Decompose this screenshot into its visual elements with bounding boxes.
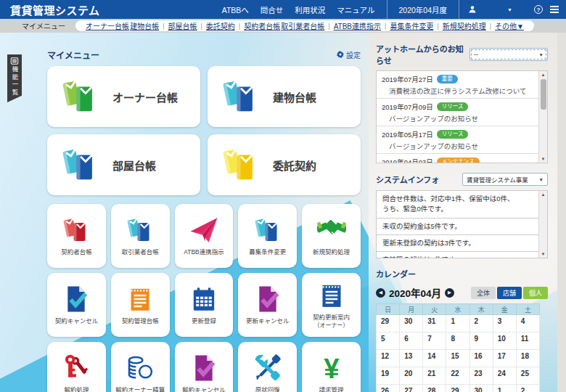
calendar-day-cell[interactable]: 2 xyxy=(469,315,493,332)
calendar-day-cell[interactable]: 14 xyxy=(423,350,446,367)
scroll-up-icon[interactable]: ▲ xyxy=(541,192,546,197)
next-month-button[interactable]: ▶ xyxy=(445,288,454,298)
calendar-day-cell[interactable]: 29 xyxy=(446,385,469,392)
news-scrollbar[interactable]: ▲ ▼ xyxy=(538,71,547,163)
calendar-day-cell[interactable]: 6 xyxy=(400,332,423,350)
calendar-day-cell[interactable]: 30 xyxy=(469,385,493,392)
news-title: 消費税法の改正に伴うシステム改修について xyxy=(382,84,533,96)
news-filter-select[interactable]: -- ▼ xyxy=(469,48,548,61)
news-item[interactable]: 2019年07月27日重要消費税法の改正に伴うシステム改修について xyxy=(377,71,538,99)
calendar-day-cell[interactable]: 23 xyxy=(469,367,493,385)
calendar-day-cell[interactable]: 2 xyxy=(516,385,539,392)
right-panel: アットホームからのお知らせ -- ▼ 2019年07月27日重要消費税法の改正に… xyxy=(369,33,557,392)
prev-month-button[interactable]: ◀ xyxy=(376,288,385,298)
menu-tile[interactable]: オーナー台帳 xyxy=(47,66,200,127)
nav-link[interactable]: その他▼ xyxy=(495,20,524,31)
sysinfo-filter-select[interactable]: 賃貸管理システム事業 ▼ xyxy=(462,173,548,186)
menu-tile[interactable]: ¥請求管理 xyxy=(302,342,361,392)
user-icon xyxy=(468,5,477,14)
nav-tab-mymenu[interactable]: マイメニュー xyxy=(22,20,65,31)
scrollbar-thumb[interactable] xyxy=(541,79,546,110)
calendar-day-cell[interactable]: 15 xyxy=(446,350,469,367)
nav-link[interactable]: オーナー台帳 xyxy=(86,20,129,31)
calendar-day-cell[interactable]: 4 xyxy=(516,315,539,332)
function-list-ribbon[interactable]: 機能一覧 xyxy=(7,54,22,102)
calendar-day-cell[interactable]: 20 xyxy=(400,367,423,385)
nav-link[interactable]: 委託契約 xyxy=(206,20,235,31)
calendar-day-cell[interactable]: 26 xyxy=(377,385,400,392)
calendar-tab[interactable]: 店舗 xyxy=(497,287,522,299)
calendar-day-cell[interactable]: 5 xyxy=(377,332,400,350)
calendar-day-cell[interactable]: 24 xyxy=(493,367,516,385)
news-item[interactable]: 2019年05月17日リリースバージョンアップのお知らせ xyxy=(377,126,538,154)
calendar-day-cell[interactable]: 28 xyxy=(423,385,446,392)
header-link[interactable]: 利用状況 xyxy=(295,4,325,15)
select-arrow-icon: ▼ xyxy=(539,177,544,182)
menu-tile[interactable]: 新規契約処理 xyxy=(302,204,361,268)
calendar-day-cell[interactable]: 25 xyxy=(516,367,539,385)
user-menu[interactable]: ▼ xyxy=(459,5,521,14)
header-link[interactable]: マニュアル xyxy=(337,4,374,15)
calendar-day-cell[interactable]: 22 xyxy=(446,367,469,385)
calendar-day-cell[interactable]: 11 xyxy=(516,332,539,350)
calendar-day-cell[interactable]: 13 xyxy=(400,350,423,367)
calendar-day-cell[interactable]: 7 xyxy=(423,332,446,350)
calendar-day-cell[interactable]: 17 xyxy=(493,350,516,367)
calendar-day-cell[interactable]: 10 xyxy=(493,332,516,350)
nav-link[interactable]: 取引業者台帳 xyxy=(281,20,324,31)
menu-tile[interactable]: 更新キャンセル xyxy=(238,273,297,337)
nav-link[interactable]: 部屋台帳 xyxy=(168,20,197,31)
calendar-day-cell[interactable]: 29 xyxy=(377,315,400,332)
nav-link[interactable]: 新規契約処理 xyxy=(443,20,486,31)
calendar-day-cell[interactable]: 1 xyxy=(446,315,469,332)
scroll-down-icon[interactable]: ▼ xyxy=(541,157,546,161)
nav-link[interactable]: 契約者台帳 xyxy=(244,20,280,31)
period-selector[interactable]: 2020年04月度 xyxy=(387,0,460,19)
sysinfo-scrollbar[interactable]: ▲ ▼ xyxy=(538,191,547,258)
calendar-day-cell[interactable]: 18 xyxy=(516,350,539,367)
calendar-day-cell[interactable]: 31 xyxy=(423,315,446,332)
menu-tile[interactable]: 原状回復 xyxy=(238,342,297,392)
nav-link[interactable]: 募集条件変更 xyxy=(390,20,433,31)
calendar-day-cell[interactable]: 12 xyxy=(377,350,400,367)
menu-tile[interactable]: 募集条件変更 xyxy=(238,204,297,268)
nav-link[interactable]: ATBB連携指示 xyxy=(334,20,381,31)
calendar-day-cell[interactable]: 1 xyxy=(493,385,516,392)
tile-label: 契約者台帳 xyxy=(61,248,92,256)
header-link[interactable]: ATBBへ xyxy=(222,4,249,15)
calendar-day-cell[interactable]: 3 xyxy=(493,315,516,332)
menu-tile[interactable]: 解約オーナー精算 xyxy=(111,342,170,392)
scroll-down-icon[interactable]: ▼ xyxy=(541,252,546,256)
nav-link[interactable]: 建物台帳 xyxy=(130,20,159,31)
calendar-day-cell[interactable]: 30 xyxy=(400,315,423,332)
help-icon[interactable]: ? xyxy=(534,5,543,14)
news-item[interactable]: 2019年07月09日リリースバージョンアップのお知らせ xyxy=(377,99,538,126)
calendar-day-cell[interactable]: 16 xyxy=(469,350,493,367)
tile-label: 契約管理台帳 xyxy=(122,317,159,324)
menu-tile[interactable]: 取引業者台帳 xyxy=(111,204,170,268)
header-link[interactable]: 問合せ xyxy=(261,4,284,15)
menu-tile[interactable]: 解約キャンセル xyxy=(175,342,234,392)
calendar-day-cell[interactable]: 8 xyxy=(446,332,469,350)
menu-tile[interactable]: 解約処理 xyxy=(47,342,106,392)
menu-tile[interactable]: ATBB連携指示 xyxy=(175,204,234,268)
notepad-icon xyxy=(317,281,346,310)
menu-tile[interactable]: 更新登録 xyxy=(175,273,234,337)
calendar-day-cell[interactable]: 27 xyxy=(400,385,423,392)
calendar-tab[interactable]: 個人 xyxy=(523,287,548,299)
calendar-day-cell[interactable]: 19 xyxy=(377,367,400,385)
menu-tile[interactable]: 契約キャンセル xyxy=(47,273,106,337)
menu-tile[interactable]: 契約管理台帳 xyxy=(111,273,170,337)
calendar-tab[interactable]: 全体 xyxy=(471,287,496,299)
settings-link[interactable]: 設定 xyxy=(337,49,361,60)
calendar-day-cell[interactable]: 21 xyxy=(423,367,446,385)
menu-tile[interactable]: 委託契約 xyxy=(208,134,361,195)
menu-icon[interactable] xyxy=(550,6,559,13)
scroll-up-icon[interactable]: ▲ xyxy=(541,73,546,77)
menu-tile[interactable]: 部屋台帳 xyxy=(47,134,200,195)
menu-tile[interactable]: 契約者台帳 xyxy=(47,204,106,268)
menu-tile[interactable]: 建物台帳 xyxy=(208,66,361,127)
calendar-day-cell[interactable]: 9 xyxy=(469,332,493,350)
menu-tile[interactable]: 契約更新案内（オーナー） xyxy=(302,273,361,337)
news-item[interactable]: 2019年04月03日メンテナンス改元に伴うシステム変更点について xyxy=(377,154,538,163)
